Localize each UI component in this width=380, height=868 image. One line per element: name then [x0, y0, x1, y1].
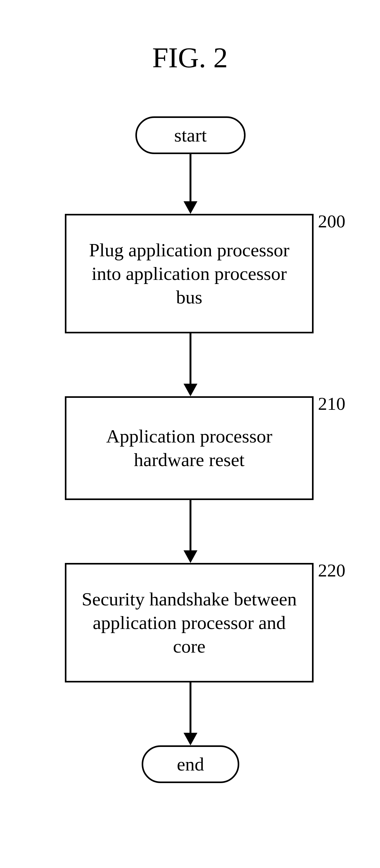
- reference-label-220: 220: [318, 560, 345, 581]
- reference-label-210: 210: [318, 393, 345, 414]
- arrow-step3-to-end: [189, 682, 192, 733]
- process-step-text: Security handshake between application p…: [79, 587, 299, 658]
- end-terminator: end: [142, 745, 239, 783]
- reference-label-200: 200: [318, 211, 345, 232]
- process-step-200: Plug application processor into applicat…: [65, 214, 314, 333]
- arrow-step2-to-step3: [189, 500, 192, 550]
- process-step-text: Plug application processor into applicat…: [79, 238, 299, 309]
- figure-title: FIG. 2: [152, 41, 228, 74]
- arrow-start-to-step1: [189, 154, 192, 201]
- arrow-head-icon: [183, 384, 197, 396]
- end-label: end: [177, 753, 204, 775]
- process-step-210: Application processor hardware reset: [65, 396, 314, 500]
- arrow-head-icon: [183, 550, 197, 563]
- arrow-head-icon: [183, 733, 197, 745]
- process-step-220: Security handshake between application p…: [65, 563, 314, 682]
- start-label: start: [174, 125, 207, 146]
- arrow-head-icon: [183, 201, 197, 214]
- start-terminator: start: [135, 116, 245, 154]
- process-step-text: Application processor hardware reset: [79, 425, 299, 472]
- arrow-step1-to-step2: [189, 333, 192, 384]
